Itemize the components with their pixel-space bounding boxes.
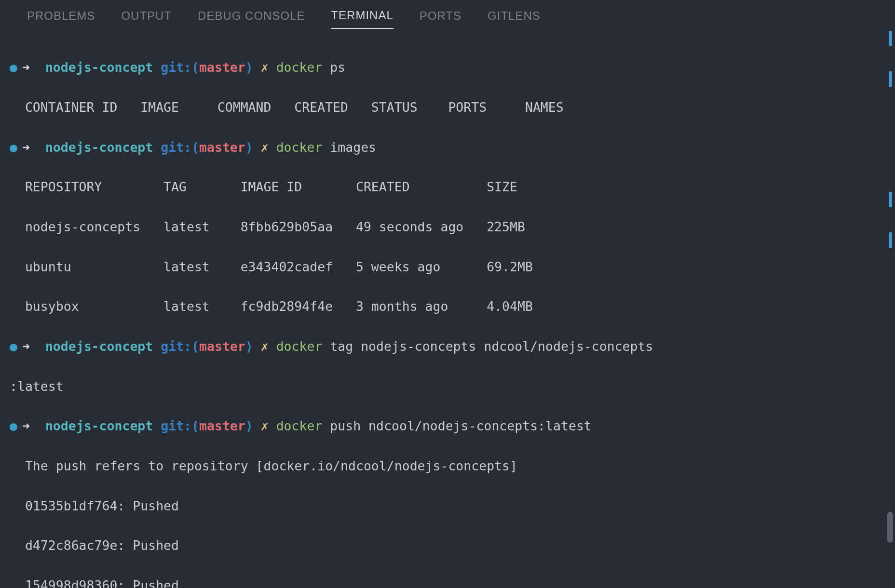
prompt-branch: master xyxy=(199,418,245,433)
integrated-panel: PROBLEMS OUTPUT DEBUG CONSOLE TERMINAL P… xyxy=(0,0,895,588)
prompt-git: git:( xyxy=(161,60,199,75)
prompt-arrow-icon: ➜ xyxy=(22,60,30,75)
tab-terminal[interactable]: TERMINAL xyxy=(331,9,393,29)
bullet-icon: ● xyxy=(10,416,22,436)
tab-gitlens[interactable]: GITLENS xyxy=(488,9,541,28)
table-row: busybox latest fc9db2894f4e 3 months ago… xyxy=(10,296,895,316)
command-mark[interactable] xyxy=(889,31,892,46)
prompt-dir: nodejs-concept xyxy=(45,339,153,354)
dirty-icon: ✗ xyxy=(261,140,269,155)
table-row: ubuntu latest e343402cadef 5 weeks ago 6… xyxy=(10,257,895,277)
tab-ports[interactable]: PORTS xyxy=(420,9,461,28)
prompt-branch: master xyxy=(199,60,245,75)
panel-tab-bar: PROBLEMS OUTPUT DEBUG CONSOLE TERMINAL P… xyxy=(0,0,895,29)
prompt-line: ●➜ nodejs-concept git:(master) ✗ docker … xyxy=(10,416,895,436)
terminal-output[interactable]: ●➜ nodejs-concept git:(master) ✗ docker … xyxy=(0,29,895,588)
output-line: 01535b1df764: Pushed xyxy=(10,496,895,516)
bullet-icon: ● xyxy=(10,57,22,77)
command-mark[interactable] xyxy=(889,232,892,248)
prompt-line: ●➜ nodejs-concept git:(master) ✗ docker … xyxy=(10,336,895,356)
command-args: images xyxy=(330,140,376,155)
prompt-dir: nodejs-concept xyxy=(45,140,153,155)
prompt-git: git:( xyxy=(161,418,199,433)
command-cont: :latest xyxy=(10,376,895,396)
tab-debug-console[interactable]: DEBUG CONSOLE xyxy=(198,9,305,28)
tab-problems[interactable]: PROBLEMS xyxy=(27,9,95,28)
prompt-arrow-icon: ➜ xyxy=(22,418,30,433)
prompt-arrow-icon: ➜ xyxy=(22,339,30,354)
prompt-git: git:( xyxy=(161,140,199,155)
output-line: The push refers to repository [docker.io… xyxy=(10,456,895,476)
command-args: ps xyxy=(330,60,345,75)
prompt-git: git:( xyxy=(161,339,199,354)
command-mark[interactable] xyxy=(889,192,892,207)
output-line: 154998d98360: Pushed xyxy=(10,575,895,588)
overview-ruler xyxy=(888,29,892,588)
ps-header: CONTAINER ID IMAGE COMMAND CREATED STATU… xyxy=(10,97,895,117)
prompt-branch: master xyxy=(199,140,245,155)
images-header: REPOSITORY TAG IMAGE ID CREATED SIZE xyxy=(10,177,895,197)
dirty-icon: ✗ xyxy=(261,418,269,433)
output-line: d472c86ac79e: Pushed xyxy=(10,535,895,555)
table-row: nodejs-concepts latest 8fbb629b05aa 49 s… xyxy=(10,217,895,237)
prompt-branch: master xyxy=(199,339,245,354)
command-docker: docker xyxy=(276,339,323,354)
tab-output[interactable]: OUTPUT xyxy=(121,9,172,28)
command-docker: docker xyxy=(276,60,323,75)
command-mark[interactable] xyxy=(889,71,892,87)
bullet-icon: ● xyxy=(10,137,22,157)
command-docker: docker xyxy=(276,418,323,433)
prompt-line: ●➜ nodejs-concept git:(master) ✗ docker … xyxy=(10,137,895,157)
dirty-icon: ✗ xyxy=(261,60,269,75)
command-docker: docker xyxy=(276,140,323,155)
dirty-icon: ✗ xyxy=(261,339,269,354)
prompt-arrow-icon: ➜ xyxy=(22,140,30,155)
command-args: push ndcool/nodejs-concepts:latest xyxy=(330,418,591,433)
prompt-line: ●➜ nodejs-concept git:(master) ✗ docker … xyxy=(10,57,895,77)
prompt-dir: nodejs-concept xyxy=(45,60,153,75)
command-args: tag nodejs-concepts ndcool/nodejs-concep… xyxy=(330,339,653,354)
scrollbar-thumb[interactable] xyxy=(887,512,893,543)
prompt-dir: nodejs-concept xyxy=(45,418,153,433)
bullet-icon: ● xyxy=(10,336,22,356)
